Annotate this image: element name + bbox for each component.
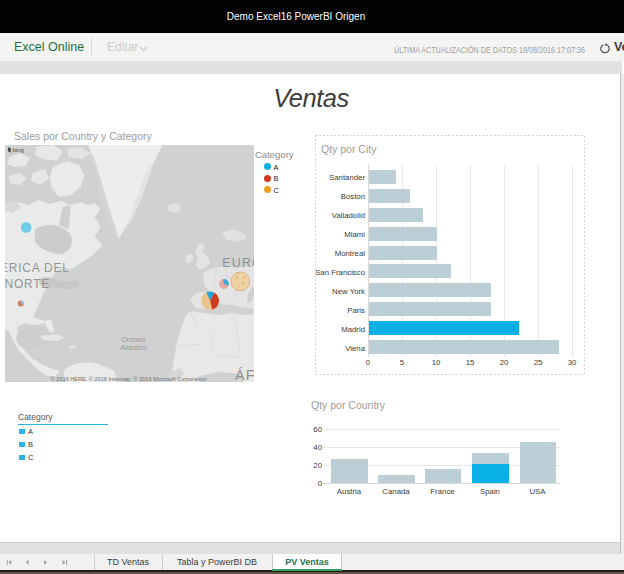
svg-text:ERICA DEL: ERICA DEL xyxy=(5,261,70,275)
svg-text:Atlántico: Atlántico xyxy=(119,344,147,351)
svg-text:EURO: EURO xyxy=(222,256,254,270)
svg-text:© 2016 HERE, © 2016 Intermap,: © 2016 HERE, © 2016 Intermap, © 2016 Mic… xyxy=(51,376,207,382)
svg-text:Océano: Océano xyxy=(121,336,145,343)
svg-text:ÁFR: ÁFR xyxy=(235,367,254,382)
svg-text:NORTE: NORTE xyxy=(5,277,50,291)
svg-text:bing: bing xyxy=(12,147,23,153)
